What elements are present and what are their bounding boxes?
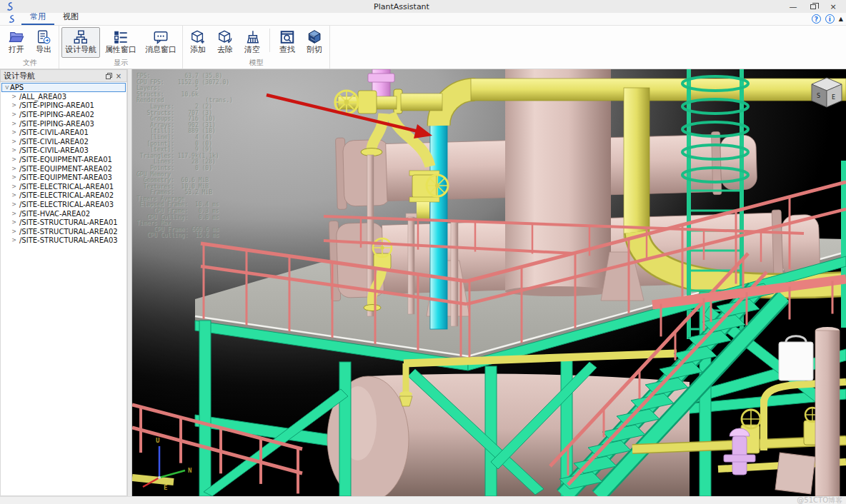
edge-steel (841, 161, 846, 328)
distillation-column[interactable] (505, 69, 611, 296)
tree-item-label: /ALL_AREA03 (19, 93, 66, 101)
ribbon-button-label: 消息窗口 (145, 45, 176, 54)
tree-item[interactable]: >/ALL_AREA03 (1, 92, 126, 101)
axis-east-label: E (164, 484, 167, 491)
view-cube[interactable]: S E (812, 78, 842, 107)
tree-item-label: /SITE-EQUIPMENT-AREA03 (19, 173, 112, 181)
chevron-right-icon[interactable]: > (11, 121, 17, 127)
float-panel-icon[interactable] (104, 73, 114, 79)
collapse-ribbon-icon[interactable]: ▲ (839, 16, 843, 22)
find-icon (279, 29, 295, 45)
ribbon-button-open-folder[interactable]: 打开 (4, 27, 29, 58)
chevron-down-icon[interactable]: > (4, 84, 10, 91)
tab-common[interactable]: 常用 (21, 11, 54, 25)
tree-item[interactable]: >/SITE-ELECTRICAL-AREA01 (1, 182, 126, 191)
design-nav-tree: > APS >/ALL_AREA03>/SITE-PIPING-AREA01>/… (0, 82, 127, 496)
cube-east-face: E (832, 94, 835, 101)
3d-scene[interactable]: U N E S E (132, 69, 846, 496)
close-panel-icon[interactable]: × (114, 72, 124, 80)
info-icon[interactable]: i (825, 14, 835, 24)
help-icon[interactable]: ? (812, 14, 821, 24)
chevron-right-icon[interactable]: > (11, 102, 17, 109)
chevron-right-icon[interactable]: > (11, 219, 17, 226)
restore-icon (810, 4, 816, 9)
window-title: PlantAssistant (19, 2, 785, 11)
tree-item[interactable]: >/SITE-HVAC-AREA02 (1, 209, 126, 218)
design-nav-panel: 设计导航 × > APS >/ALL_AREA03>/SITE-PIPING-A… (0, 69, 127, 496)
ribbon-button-add-cube[interactable]: 添加 (185, 27, 211, 58)
junction-box (775, 453, 815, 494)
minimize-button[interactable]: — (785, 1, 802, 12)
ribbon-button-message-window[interactable]: 消息窗口 (141, 27, 180, 58)
tan-riser-pipe (815, 331, 840, 496)
chevron-right-icon[interactable]: > (11, 183, 17, 190)
chevron-right-icon[interactable]: > (11, 138, 17, 145)
panel-splitter[interactable] (127, 69, 132, 496)
chevron-right-icon[interactable]: > (11, 201, 17, 208)
app-logo-icon (0, 1, 19, 11)
3d-viewport[interactable]: U N E S E FPS: 63 (132, 69, 846, 496)
chevron-right-icon[interactable]: > (11, 192, 17, 198)
ribbon-button-design-nav[interactable]: 设计导航 (61, 27, 100, 58)
ribbon-group-label: 模型 (185, 58, 327, 69)
ribbon-button-remove-cube[interactable]: 去除 (212, 27, 238, 58)
valve-handwheel (742, 410, 760, 428)
ribbon-button-find[interactable]: 查找 (274, 27, 300, 58)
tree-item[interactable]: >/SITE-PIPING-AREA01 (1, 101, 126, 111)
app-logo-small-icon[interactable] (0, 14, 21, 24)
ribbon-button-section-cube[interactable]: 剖切 (302, 27, 327, 58)
ribbon-button-export[interactable]: 导出 (31, 27, 56, 58)
watermark: @51CTO博客 (797, 496, 842, 504)
chevron-right-icon[interactable]: > (11, 94, 17, 100)
chevron-right-icon[interactable]: > (11, 211, 17, 217)
tree-item[interactable]: >/SITE-STRUCTURAL-AREA03 (1, 236, 126, 246)
chevron-right-icon[interactable]: > (11, 166, 17, 172)
chevron-right-icon[interactable]: > (11, 237, 17, 243)
axis-north-label: N (188, 467, 191, 474)
ribbon-button-label: 设计导航 (65, 45, 96, 54)
tree-root-item[interactable]: > APS (1, 83, 126, 92)
tree-item[interactable]: >/SITE-CIVIL-AREA03 (1, 146, 126, 156)
group-inner-separator (269, 29, 270, 52)
tree-item-label: /SITE-CIVIL-AREA01 (19, 128, 89, 136)
clear-broom-icon (244, 29, 260, 45)
tree-item[interactable]: >/SITE-STRUCTURAL-AREA01 (1, 218, 126, 227)
chevron-right-icon[interactable]: > (11, 147, 17, 153)
tree-item-label: /SITE-EQUIPMENT-AREA02 (19, 165, 112, 173)
restore-button[interactable] (805, 1, 822, 12)
property-window-icon (113, 29, 129, 45)
ribbon-group: 添加去除清空查找剖切模型 (183, 26, 330, 69)
tree-item[interactable]: >/SITE-ELECTRICAL-AREA02 (1, 191, 126, 201)
tree-item[interactable]: >/SITE-PIPING-AREA02 (1, 110, 126, 119)
tab-view[interactable]: 视图 (54, 11, 87, 25)
chevron-right-icon[interactable]: > (11, 111, 17, 118)
ribbon-button-label: 去除 (217, 45, 233, 54)
ribbon: 打开导出文件设计导航属性窗口消息窗口显示添加去除清空查找剖切模型 (0, 26, 846, 69)
chevron-right-icon[interactable]: > (11, 129, 17, 136)
tree-root-label: APS (10, 84, 24, 91)
tree-item[interactable]: >/SITE-CIVIL-AREA01 (1, 128, 126, 137)
ribbon-button-property-window[interactable]: 属性窗口 (101, 27, 140, 58)
tree-item[interactable]: >/SITE-CIVIL-AREA02 (1, 137, 126, 146)
tree-item[interactable]: >/SITE-EQUIPMENT-AREA03 (1, 173, 126, 182)
ribbon-group-label: 文件 (4, 58, 56, 69)
ribbon-button-clear-broom[interactable]: 清空 (239, 27, 265, 58)
close-button[interactable]: × (825, 1, 842, 12)
tree-item-label: /SITE-STRUCTURAL-AREA02 (19, 228, 118, 236)
chevron-right-icon[interactable]: > (11, 228, 17, 235)
tree-item[interactable]: >/SITE-ELECTRICAL-AREA03 (1, 200, 126, 209)
tree-item[interactable]: >/SITE-PIPING-AREA03 (1, 119, 126, 128)
panel-title: 设计导航 (4, 71, 104, 81)
highlighted-pipe[interactable] (430, 105, 447, 329)
valve-handwheel (373, 238, 392, 257)
tree-item[interactable]: >/SITE-STRUCTURAL-AREA02 (1, 227, 126, 236)
chevron-right-icon[interactable]: > (11, 174, 17, 181)
tree-item[interactable]: >/SITE-EQUIPMENT-AREA02 (1, 164, 126, 173)
chevron-right-icon[interactable]: > (11, 156, 17, 163)
ribbon-button-label: 清空 (244, 45, 260, 54)
ribbon-group: 设计导航属性窗口消息窗口显示 (59, 26, 183, 69)
tree-item[interactable]: >/SITE-EQUIPMENT-AREA01 (1, 155, 126, 164)
ribbon-button-label: 打开 (9, 45, 24, 54)
ribbon-button-label: 导出 (36, 45, 51, 54)
tree-item-label: /SITE-STRUCTURAL-AREA03 (19, 236, 118, 244)
